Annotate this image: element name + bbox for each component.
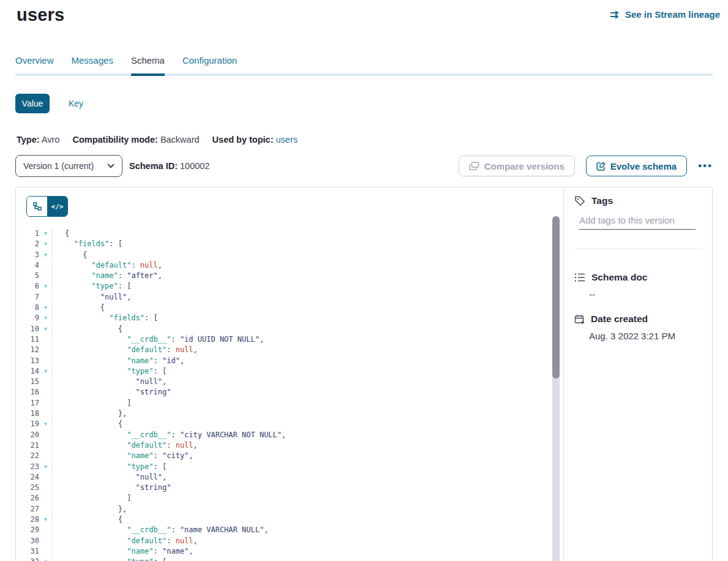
line-number: 25 bbox=[16, 483, 39, 493]
code-text: { bbox=[52, 325, 122, 333]
code-line: 3▼ { bbox=[16, 250, 550, 260]
schema-page: users See in Stream lineage Overview Mes… bbox=[0, 0, 728, 561]
line-number: 12 bbox=[16, 345, 39, 355]
tree-view-button[interactable] bbox=[27, 197, 47, 216]
code-text: "fields": [ bbox=[52, 239, 122, 248]
chevron-down-icon bbox=[107, 164, 114, 168]
line-number: 10 bbox=[16, 324, 39, 334]
line-number: 30 bbox=[16, 536, 39, 546]
list-icon bbox=[574, 273, 585, 282]
code-text: }, bbox=[52, 505, 127, 513]
line-number: 14 bbox=[16, 366, 39, 377]
line-number: 21 bbox=[16, 440, 39, 451]
code-text: "type": [ bbox=[52, 282, 131, 290]
code-line: 20 "__crdb__": "city VARCHAR NOT NULL", bbox=[16, 430, 550, 440]
code-line: 25 "string" bbox=[16, 483, 550, 493]
code-text: ] bbox=[52, 494, 131, 502]
compare-versions-button[interactable]: Compare versions bbox=[459, 156, 575, 176]
code-line: 13 "name": "id", bbox=[16, 356, 550, 366]
scrollbar-track[interactable] bbox=[552, 216, 560, 561]
code-line: 4 "default": null, bbox=[16, 260, 550, 271]
line-number: 26 bbox=[16, 493, 39, 503]
fold-arrow-icon[interactable]: ▼ bbox=[39, 462, 52, 472]
tag-icon bbox=[574, 195, 585, 206]
code-line: 18 }, bbox=[16, 409, 550, 419]
code-line: 17 ] bbox=[16, 398, 550, 409]
line-number: 17 bbox=[16, 398, 39, 409]
code-line: 1▼{ bbox=[16, 228, 550, 239]
code-text: "name": "name", bbox=[52, 547, 193, 555]
fold-arrow-icon[interactable]: ▼ bbox=[39, 281, 52, 292]
tab-messages[interactable]: Messages bbox=[72, 55, 113, 66]
tab-configuration[interactable]: Configuration bbox=[182, 55, 237, 66]
code-editor[interactable]: 1▼{2▼ "fields": [3▼ {4 "default": null,5… bbox=[16, 228, 550, 561]
code-text: "name": "after", bbox=[52, 271, 162, 280]
code-text: "default": null, bbox=[52, 537, 198, 545]
line-number: 13 bbox=[16, 356, 39, 366]
tags-heading: Tags bbox=[591, 195, 613, 206]
line-number: 16 bbox=[16, 387, 39, 397]
line-number: 7 bbox=[16, 292, 39, 303]
fold-arrow-icon[interactable]: ▼ bbox=[39, 313, 52, 323]
schema-id: Schema ID: 100002 bbox=[129, 155, 209, 177]
code-line: 31 "name": "name", bbox=[16, 546, 550, 557]
scrollbar-thumb[interactable] bbox=[552, 216, 560, 378]
line-number: 8 bbox=[16, 303, 39, 313]
line-number: 22 bbox=[16, 451, 39, 461]
schema-id-value: 100002 bbox=[180, 161, 209, 171]
value-tab-button[interactable]: Value bbox=[15, 94, 50, 113]
schema-doc-value: -- bbox=[589, 289, 702, 299]
fold-arrow-icon[interactable]: ▼ bbox=[39, 366, 52, 377]
code-line: 5 "name": "after", bbox=[16, 271, 550, 281]
value-key-toggle: Value Key bbox=[15, 94, 83, 113]
code-text: "__crdb__": "name VARCHAR NULL", bbox=[52, 525, 268, 534]
topic-link[interactable]: users bbox=[276, 135, 298, 145]
line-number: 5 bbox=[16, 271, 39, 281]
line-number: 2 bbox=[16, 239, 39, 249]
tab-overview[interactable]: Overview bbox=[15, 55, 54, 66]
line-number: 4 bbox=[16, 260, 39, 271]
line-number: 15 bbox=[16, 377, 39, 387]
code-line: 9▼ "fields": [ bbox=[16, 313, 550, 323]
code-line: 29 "__crdb__": "name VARCHAR NULL", bbox=[16, 525, 550, 535]
compare-versions-icon bbox=[469, 162, 479, 171]
fold-arrow-icon[interactable]: ▼ bbox=[39, 239, 52, 249]
fold-arrow-icon[interactable]: ▼ bbox=[39, 250, 52, 260]
code-text: "type": [ bbox=[52, 462, 167, 471]
type-value: Avro bbox=[42, 135, 60, 145]
code-text: "default": null, bbox=[52, 345, 198, 354]
more-options-button[interactable]: ••• bbox=[698, 156, 713, 176]
code-text: { bbox=[52, 250, 87, 259]
page-title: users bbox=[17, 5, 64, 25]
code-text: "null", bbox=[52, 377, 167, 386]
schema-id-label: Schema ID: bbox=[129, 161, 178, 171]
key-tab-button[interactable]: Key bbox=[69, 99, 83, 108]
code-line: 27 }, bbox=[16, 504, 550, 514]
version-bar: Version 1 (current) Schema ID: 100002 Co… bbox=[15, 155, 713, 177]
line-number: 20 bbox=[16, 430, 39, 440]
code-text: "default": null, bbox=[52, 261, 162, 269]
code-line: 26 ] bbox=[16, 493, 550, 503]
fold-arrow-icon[interactable]: ▼ bbox=[39, 303, 52, 313]
evolve-schema-button[interactable]: Evolve schema bbox=[586, 156, 687, 176]
compare-versions-label: Compare versions bbox=[484, 161, 565, 171]
code-line: 22 "name": "city", bbox=[16, 451, 550, 461]
add-tags-input[interactable] bbox=[579, 214, 696, 230]
fold-arrow-icon[interactable]: ▼ bbox=[39, 324, 52, 334]
tags-section: Tags bbox=[574, 195, 702, 206]
line-number: 9 bbox=[16, 313, 39, 323]
fold-arrow-icon[interactable]: ▼ bbox=[39, 419, 52, 429]
schema-actions: Compare versions Evolve schema ••• bbox=[459, 156, 713, 176]
line-number: 19 bbox=[16, 419, 39, 429]
code-view-button[interactable]: </> bbox=[47, 197, 67, 216]
compat-label: Compatibility mode: bbox=[72, 135, 157, 145]
fold-arrow-icon[interactable]: ▼ bbox=[39, 514, 52, 525]
tab-schema[interactable]: Schema bbox=[131, 55, 165, 66]
stream-lineage-link[interactable]: See in Stream lineage bbox=[610, 9, 720, 20]
fold-arrow-icon[interactable]: ▼ bbox=[39, 228, 52, 239]
code-text: { bbox=[52, 303, 105, 312]
code-line: 16 "string" bbox=[16, 387, 550, 397]
version-select[interactable]: Version 1 (current) bbox=[15, 155, 122, 177]
fold-arrow-icon[interactable]: ▼ bbox=[39, 557, 52, 561]
code-text: ] bbox=[52, 399, 131, 407]
